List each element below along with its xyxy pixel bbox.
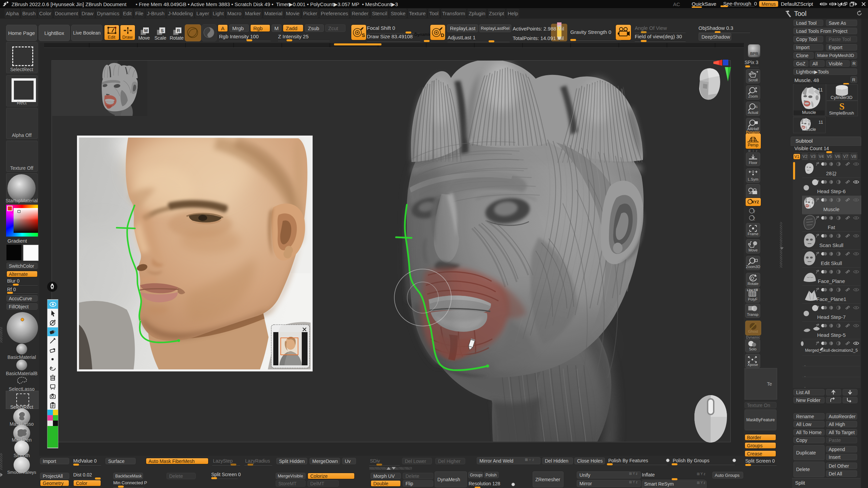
svg-text:XYZ: XYZ	[752, 200, 759, 204]
svg-text:Line Fill: Line Fill	[747, 288, 758, 292]
svg-text:Y: Y	[753, 210, 755, 214]
svg-text:S: S	[839, 101, 845, 111]
svg-text:x1: x1	[754, 105, 758, 108]
svg-text:Z: Z	[753, 217, 755, 221]
